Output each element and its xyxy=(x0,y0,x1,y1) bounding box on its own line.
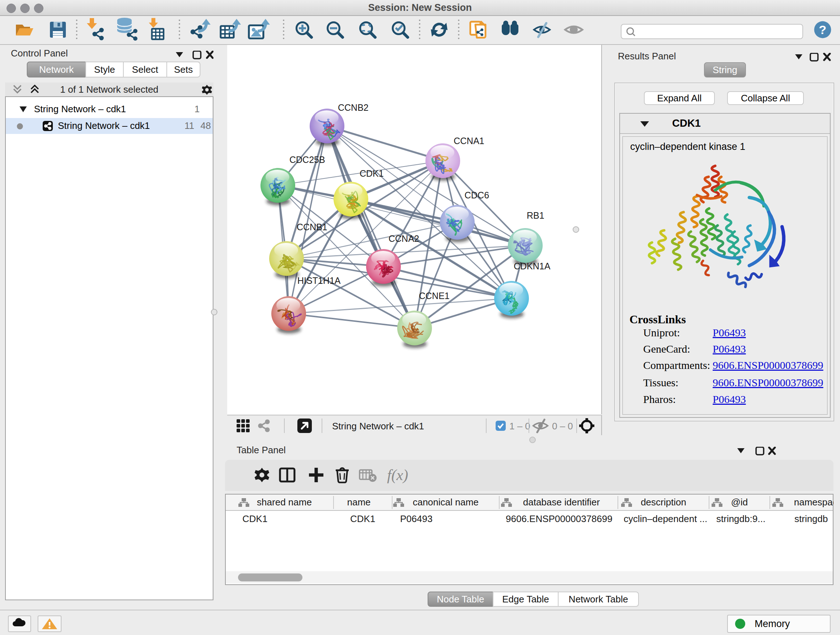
svg-text:@id: @id xyxy=(731,497,748,508)
svg-text:stringdb: stringdb xyxy=(794,513,828,524)
svg-text:P06493: P06493 xyxy=(400,513,433,524)
svg-text:0 – 0: 0 – 0 xyxy=(552,421,573,432)
svg-text:CCNA2: CCNA2 xyxy=(388,233,419,244)
svg-text:description: description xyxy=(641,497,686,508)
svg-text:9606.ENSP00000378699: 9606.ENSP00000378699 xyxy=(506,513,613,524)
svg-text:stringdb:9...: stringdb:9... xyxy=(716,513,766,524)
svg-text:1 – 0: 1 – 0 xyxy=(509,421,531,432)
svg-text:shared name: shared name xyxy=(257,497,312,508)
svg-text:CCNA1: CCNA1 xyxy=(454,136,485,146)
svg-text:HIST1H1A: HIST1H1A xyxy=(297,276,341,286)
svg-text:RB1: RB1 xyxy=(527,211,545,220)
svg-text:cyclin–dependent ...: cyclin–dependent ... xyxy=(624,513,707,524)
svg-text:name: name xyxy=(347,497,370,508)
svg-text:CDKN1A: CDKN1A xyxy=(514,261,551,271)
svg-text:?: ? xyxy=(819,23,827,36)
svg-text:database identifier: database identifier xyxy=(523,497,600,508)
svg-text:CCNB1: CCNB1 xyxy=(297,222,327,232)
svg-text:CDK1: CDK1 xyxy=(242,513,267,524)
svg-text:CCNE1: CCNE1 xyxy=(419,291,450,301)
svg-text:canonical name: canonical name xyxy=(413,497,478,508)
svg-text:CDC6: CDC6 xyxy=(464,190,489,200)
svg-text:namespace: namespace xyxy=(794,497,834,508)
svg-text:CDC25B: CDC25B xyxy=(289,155,325,165)
svg-text:String Network – cdk1: String Network – cdk1 xyxy=(332,421,424,432)
svg-text:CDK1: CDK1 xyxy=(350,513,375,524)
svg-text:CDK1: CDK1 xyxy=(360,168,384,179)
svg-text:f(x): f(x) xyxy=(387,467,408,484)
svg-text:CCNB2: CCNB2 xyxy=(338,103,369,112)
